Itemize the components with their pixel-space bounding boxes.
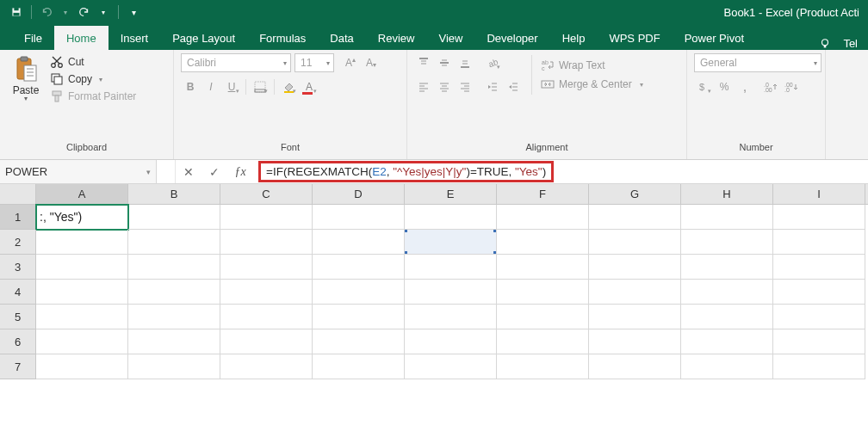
merge-center-button[interactable]: Merge & Center ▾	[541, 77, 643, 91]
tab-home[interactable]: Home	[54, 26, 108, 50]
col-header-h[interactable]: H	[681, 184, 773, 204]
cell[interactable]	[589, 329, 681, 354]
cell[interactable]	[589, 280, 681, 305]
row-header-1[interactable]: 1	[0, 205, 36, 230]
cell[interactable]	[497, 329, 589, 354]
fill-color-button[interactable]: ▾	[279, 77, 298, 96]
cell-i1[interactable]	[773, 205, 865, 230]
insert-function-button[interactable]: ƒx	[227, 165, 253, 179]
cell-a1[interactable]: :, "Yes")	[36, 205, 128, 230]
align-left-button[interactable]	[414, 77, 433, 96]
cell[interactable]	[773, 280, 865, 305]
cell[interactable]	[405, 280, 497, 305]
bold-button[interactable]: B	[181, 77, 200, 96]
cell[interactable]	[313, 305, 405, 329]
cell[interactable]	[681, 280, 773, 305]
tab-file[interactable]: File	[12, 26, 54, 50]
decrease-font-button[interactable]: A▾	[362, 53, 381, 72]
cell[interactable]	[313, 280, 405, 305]
tell-me-icon[interactable]	[819, 38, 831, 50]
tab-insert[interactable]: Insert	[108, 26, 161, 50]
cell-g1[interactable]	[589, 205, 681, 230]
cell-g2[interactable]	[589, 230, 681, 255]
cell[interactable]	[128, 329, 220, 354]
increase-indent-button[interactable]	[504, 77, 523, 96]
font-size-combo[interactable]: 11▾	[294, 53, 334, 72]
borders-button[interactable]: ▾	[251, 77, 270, 96]
cell[interactable]	[128, 305, 220, 329]
cell[interactable]	[589, 354, 681, 379]
align-middle-button[interactable]	[435, 53, 454, 72]
cell[interactable]	[36, 329, 128, 354]
cell-c2[interactable]	[220, 230, 313, 255]
cell-d2[interactable]	[313, 230, 405, 255]
percent-button[interactable]: %	[715, 77, 734, 96]
cell-d1[interactable]	[313, 205, 405, 230]
paste-dropdown-icon[interactable]: ▾	[24, 95, 28, 102]
italic-button[interactable]: I	[202, 77, 220, 96]
decrease-indent-button[interactable]	[483, 77, 502, 96]
cell[interactable]	[36, 280, 128, 305]
increase-font-button[interactable]: A▴	[341, 53, 360, 72]
cell[interactable]	[220, 255, 313, 280]
comma-button[interactable]: ,	[735, 77, 754, 96]
col-header-i[interactable]: I	[773, 184, 865, 204]
cell[interactable]	[773, 329, 865, 354]
redo-dropdown-icon[interactable]: ▾	[96, 4, 111, 20]
tab-review[interactable]: Review	[366, 26, 427, 50]
align-bottom-button[interactable]	[456, 53, 474, 72]
cell[interactable]	[36, 255, 128, 280]
cell[interactable]	[128, 280, 220, 305]
accounting-format-button[interactable]: $▾	[694, 77, 713, 96]
spreadsheet-grid[interactable]: A B C D E F G H I 1 :, "Yes") 2	[0, 184, 868, 379]
cell[interactable]	[681, 354, 773, 379]
cell-b1[interactable]	[128, 205, 220, 230]
align-top-button[interactable]	[414, 53, 433, 72]
align-right-button[interactable]	[456, 77, 474, 96]
row-header-7[interactable]: 7	[0, 354, 36, 379]
copy-button[interactable]: Copy ▾	[50, 72, 136, 86]
increase-decimal-button[interactable]: .0.00	[761, 77, 780, 96]
cell[interactable]	[405, 354, 497, 379]
cell[interactable]	[313, 354, 405, 379]
cell[interactable]	[773, 255, 865, 280]
row-header-2[interactable]: 2	[0, 230, 36, 255]
cell[interactable]	[220, 354, 313, 379]
cell[interactable]	[313, 255, 405, 280]
cell[interactable]	[497, 305, 589, 329]
col-header-g[interactable]: G	[589, 184, 681, 204]
col-header-c[interactable]: C	[220, 184, 313, 204]
cell[interactable]	[313, 329, 405, 354]
formula-input[interactable]: =IF(REGEXMATCH(E2, "^Yes|yes|Y|y")=TRUE,…	[258, 161, 554, 182]
number-format-combo[interactable]: General▾	[694, 53, 822, 72]
row-header-4[interactable]: 4	[0, 280, 36, 305]
cell[interactable]	[589, 305, 681, 329]
cell[interactable]	[220, 280, 313, 305]
cell[interactable]	[220, 305, 313, 329]
cell-e2[interactable]	[405, 230, 497, 255]
cell[interactable]	[681, 329, 773, 354]
cell-f2[interactable]	[497, 230, 589, 255]
cell-c1[interactable]	[220, 205, 313, 230]
cell-i2[interactable]	[773, 230, 865, 255]
tell-me-label[interactable]: Tel	[843, 37, 858, 50]
tab-view[interactable]: View	[426, 26, 474, 50]
font-color-button[interactable]: A▾	[300, 77, 319, 96]
cell-e1[interactable]	[405, 205, 497, 230]
align-center-button[interactable]	[435, 77, 454, 96]
col-header-b[interactable]: B	[128, 184, 220, 204]
col-header-a[interactable]: A	[36, 184, 128, 204]
cell-resize-handle[interactable]	[405, 230, 407, 232]
decrease-decimal-button[interactable]: .00.0	[782, 77, 801, 96]
row-header-3[interactable]: 3	[0, 255, 36, 280]
name-box[interactable]: POWER ▾	[0, 160, 157, 183]
select-all-corner[interactable]	[0, 184, 36, 204]
col-header-d[interactable]: D	[313, 184, 405, 204]
cell[interactable]	[681, 255, 773, 280]
undo-dropdown-icon[interactable]: ▾	[58, 4, 73, 20]
tab-power-pivot[interactable]: Power Pivot	[673, 26, 756, 50]
cell[interactable]	[773, 354, 865, 379]
tab-help[interactable]: Help	[550, 26, 598, 50]
undo-icon[interactable]	[39, 4, 54, 20]
qat-customize-icon[interactable]: ▾	[126, 4, 141, 20]
